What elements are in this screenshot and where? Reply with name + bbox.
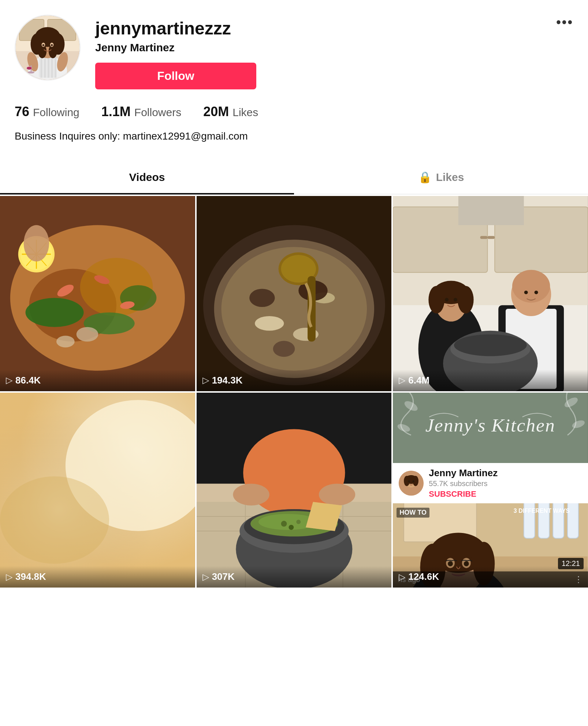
svg-point-107: [296, 520, 301, 524]
play-icon-4: ▷: [6, 572, 12, 582]
svg-rect-65: [458, 196, 524, 225]
display-name: Jenny Martinez: [95, 41, 573, 54]
tab-videos[interactable]: Videos: [0, 160, 294, 194]
svg-point-26: [27, 67, 32, 70]
avatar: [15, 15, 81, 81]
how-to-label: HOW TO: [397, 508, 429, 518]
svg-point-19: [42, 44, 45, 46]
tab-likes[interactable]: 🔒 Likes: [294, 160, 588, 194]
yt-channel-name: Jenny Martinez: [429, 467, 582, 479]
svg-rect-10: [55, 56, 56, 78]
play-icon-5: ▷: [202, 572, 209, 582]
three-ways-label: 3 DIFFERENT WAYS: [514, 508, 570, 514]
yt-subscribers: 55.7K subscribers: [429, 479, 582, 488]
svg-point-69: [429, 286, 445, 314]
svg-point-76: [512, 270, 550, 303]
video-2[interactable]: ▷ 194.3K: [197, 196, 392, 391]
lock-icon: 🔒: [418, 171, 432, 184]
likes-count: 20M: [203, 104, 229, 119]
svg-rect-6: [41, 56, 42, 78]
stats-section: 76 Following 1.1M Followers 20M Likes: [0, 97, 588, 127]
video-5[interactable]: ▷ 307K: [197, 393, 392, 588]
videos-grid: ▷ 86.4K: [0, 195, 588, 589]
svg-rect-7: [44, 56, 46, 78]
view-count-2: 194.3K: [212, 375, 243, 386]
view-count-4: 394.8K: [15, 571, 46, 582]
video-overlay-4: ▷ 394.8K: [0, 566, 195, 588]
view-count-3: 6.4M: [408, 375, 429, 386]
svg-point-78: [535, 290, 538, 294]
svg-rect-9: [51, 56, 53, 78]
svg-point-20: [51, 44, 53, 46]
svg-point-98: [319, 484, 355, 505]
following-count: 76: [15, 104, 29, 119]
svg-point-108: [289, 525, 294, 530]
profile-info: jennymartinezzz Jenny Martinez Follow: [95, 15, 573, 89]
more-options-button[interactable]: •••: [556, 15, 573, 30]
username: jennymartinezzz: [95, 18, 573, 38]
svg-point-50: [255, 316, 284, 331]
video-overlay-6: ▷ 124.6K: [393, 566, 588, 588]
likes-stat[interactable]: 20M Likes: [203, 104, 258, 119]
svg-point-97: [233, 484, 269, 505]
video-overlay-2: ▷ 194.3K: [197, 370, 392, 391]
view-count-6: 124.6K: [408, 571, 439, 582]
view-count-5: 307K: [212, 571, 235, 582]
following-stat[interactable]: 76 Following: [15, 104, 79, 119]
svg-point-106: [281, 521, 287, 526]
svg-rect-8: [48, 56, 49, 78]
svg-rect-64: [488, 236, 495, 239]
video-overlay-1: ▷ 86.4K: [0, 370, 195, 391]
video-4[interactable]: ▷ 394.8K: [0, 393, 195, 588]
video-3[interactable]: ▷ 6.4M: [393, 196, 588, 391]
svg-point-25: [27, 71, 34, 74]
followers-label: Followers: [134, 106, 181, 119]
video-overlay-5: ▷ 307K: [197, 566, 392, 588]
svg-point-81: [454, 334, 527, 356]
svg-point-53: [249, 289, 275, 307]
play-icon-2: ▷: [202, 375, 209, 385]
svg-point-70: [458, 286, 474, 314]
profile-header: jennymartinezzz Jenny Martinez Follow ••…: [0, 0, 588, 97]
view-count-1: 86.4K: [15, 375, 41, 386]
svg-point-136: [448, 561, 453, 566]
likes-label: Likes: [232, 106, 258, 119]
svg-point-55: [273, 341, 295, 357]
likes-tab-label: Likes: [436, 171, 464, 184]
svg-point-43: [24, 225, 49, 262]
followers-count: 1.1M: [101, 104, 131, 119]
following-label: Following: [33, 106, 79, 119]
play-icon-6: ▷: [399, 572, 405, 582]
video-overlay-3: ▷ 6.4M: [393, 370, 588, 391]
svg-point-137: [464, 561, 469, 566]
bio-section: Business Inquires only: martinex12991@gm…: [0, 127, 588, 153]
play-icon-1: ▷: [6, 375, 12, 385]
svg-point-86: [0, 476, 109, 564]
svg-point-120: [408, 480, 410, 482]
svg-rect-63: [480, 236, 488, 239]
subscribe-button[interactable]: SUBSCRIBE: [429, 489, 582, 499]
svg-point-71: [445, 298, 449, 301]
video-1[interactable]: ▷ 86.4K: [0, 196, 195, 391]
videos-tab-label: Videos: [129, 171, 165, 184]
svg-point-44: [77, 327, 98, 342]
svg-point-45: [56, 336, 75, 348]
svg-point-72: [454, 298, 457, 301]
play-icon-3: ▷: [399, 375, 405, 385]
video-6[interactable]: Jenny's Kitchen: [393, 393, 588, 588]
bio-text: Business Inquires only: martinex12991@gm…: [15, 130, 573, 142]
follow-button[interactable]: Follow: [95, 63, 256, 89]
svg-text:Jenny's Kitchen: Jenny's Kitchen: [425, 415, 555, 436]
svg-point-31: [26, 298, 84, 327]
svg-point-77: [524, 290, 528, 294]
svg-point-121: [413, 480, 414, 482]
profile-tabs: Videos 🔒 Likes: [0, 160, 588, 195]
followers-stat[interactable]: 1.1M Followers: [101, 104, 181, 119]
